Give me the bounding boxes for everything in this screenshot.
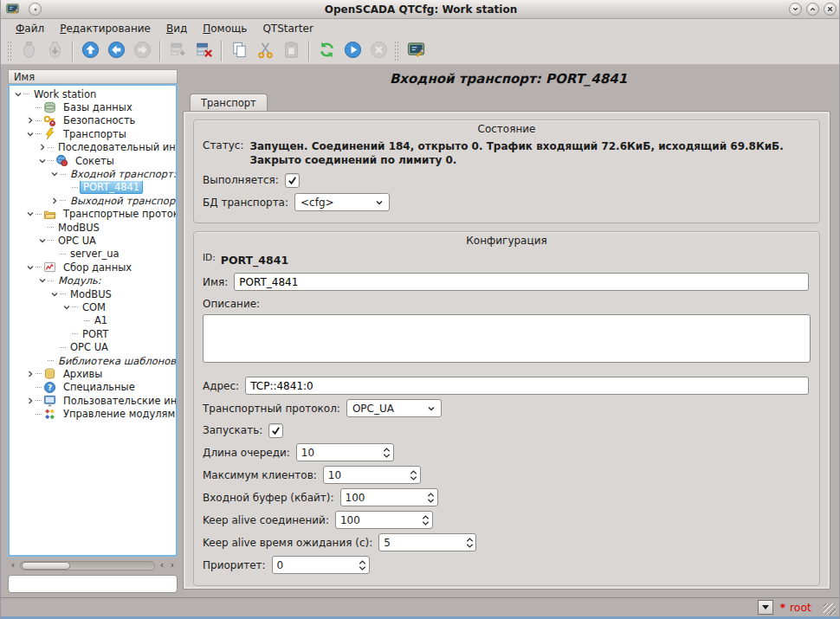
tree-item-управление-модулями[interactable]: Управление модулями bbox=[10, 407, 176, 420]
minimize-button[interactable] bbox=[789, 3, 802, 16]
expander-open-icon[interactable] bbox=[37, 276, 48, 285]
keepalive-timeout-spinbox[interactable]: 5 bbox=[378, 533, 476, 551]
pin-button[interactable] bbox=[29, 3, 42, 16]
expander-open-icon[interactable] bbox=[61, 303, 72, 312]
expander-closed-icon[interactable] bbox=[25, 397, 36, 405]
max-clients-spinbox[interactable]: 10 bbox=[323, 466, 421, 484]
menu-help[interactable]: Помощь bbox=[195, 21, 255, 36]
status-dropdown-button[interactable] bbox=[758, 600, 773, 615]
tree-item-сбор-данных[interactable]: Сбор данных bbox=[10, 261, 176, 274]
tree-item-modbus[interactable]: ModBUS bbox=[10, 287, 176, 300]
tree-line bbox=[36, 267, 42, 268]
scroll-left-icon[interactable]: ‹ bbox=[8, 560, 18, 571]
maximize-button[interactable] bbox=[806, 3, 819, 16]
tree-item-label: Work station bbox=[31, 88, 99, 100]
tree-item-opc-ua[interactable]: OPC UA bbox=[10, 340, 176, 353]
start-checkbox[interactable] bbox=[268, 423, 283, 438]
expander-open-icon[interactable] bbox=[49, 170, 60, 178]
expander-open-icon[interactable] bbox=[37, 236, 48, 245]
tree-item-modbus[interactable]: ModBUS bbox=[10, 221, 176, 234]
tree-item-библиотека-шаблонов[interactable]: Библиотека шаблонов: bbox=[10, 354, 176, 367]
tree-item-work-station[interactable]: Work station bbox=[10, 87, 176, 100]
priority-spinbox[interactable]: 0 bbox=[272, 556, 370, 574]
close-button[interactable] bbox=[824, 3, 837, 16]
spin-arrows-icon[interactable] bbox=[463, 537, 475, 549]
tree-item-архивы[interactable]: Архивы bbox=[10, 367, 176, 380]
protocol-combobox[interactable]: OPC_UA bbox=[346, 399, 442, 417]
keepalive-connections-spinbox[interactable]: 100 bbox=[335, 511, 433, 529]
copy-button[interactable] bbox=[227, 39, 251, 63]
spin-arrows-icon[interactable] bbox=[420, 514, 432, 526]
tree-item-server_ua[interactable]: server_ua bbox=[10, 248, 176, 261]
transport-db-combobox[interactable]: <cfg> bbox=[294, 193, 390, 211]
input-buffer-spinbox[interactable]: 100 bbox=[340, 488, 438, 506]
tree-line bbox=[36, 107, 42, 108]
tab-transport[interactable]: Транспорт bbox=[190, 93, 268, 112]
refresh-button[interactable] bbox=[314, 39, 339, 63]
tree-item-a1[interactable]: A1 bbox=[10, 314, 176, 327]
expander-closed-icon[interactable] bbox=[37, 143, 48, 152]
expander-closed-icon[interactable] bbox=[25, 116, 36, 125]
tree-line bbox=[23, 93, 29, 94]
expander-closed-icon[interactable] bbox=[25, 370, 36, 378]
expander-open-icon[interactable] bbox=[25, 263, 36, 272]
tree-item-специальные[interactable]: ?Специальные bbox=[10, 381, 176, 394]
expander-open-icon[interactable] bbox=[37, 157, 48, 165]
queue-length-spinbox[interactable]: 10 bbox=[296, 443, 394, 461]
start-button[interactable] bbox=[340, 39, 365, 63]
name-input[interactable] bbox=[234, 273, 809, 291]
menu-qtstarter[interactable]: QTStarter bbox=[255, 21, 320, 36]
tree-item-базы-данных[interactable]: Базы данных bbox=[10, 100, 176, 113]
up-button[interactable] bbox=[78, 39, 102, 63]
tree-item-сокеты[interactable]: Сокеты bbox=[10, 154, 176, 167]
menu-view[interactable]: Вид bbox=[158, 21, 195, 36]
tree-item-транспорты[interactable]: Транспорты bbox=[10, 127, 176, 140]
tree-horizontal-scrollbar[interactable]: ‹ ‹ › bbox=[8, 559, 178, 571]
toolbar bbox=[1, 38, 840, 65]
scrollbar-thumb[interactable] bbox=[22, 562, 70, 570]
tree-filter-input[interactable] bbox=[8, 575, 178, 593]
spin-arrows-icon[interactable] bbox=[357, 559, 369, 571]
scroll-left2-icon[interactable]: ‹ bbox=[157, 560, 167, 571]
expander-open-icon[interactable] bbox=[25, 210, 36, 218]
tree-item-выходной-транспорт[interactable]: Выходной транспорт: bbox=[10, 194, 176, 207]
tree-item-opc-ua[interactable]: OPC UA bbox=[10, 234, 176, 247]
tree-line bbox=[60, 293, 66, 294]
tree-item-label: Безопасность bbox=[61, 114, 138, 126]
tree-line bbox=[48, 227, 54, 228]
tree-item-label: OPC UA bbox=[68, 341, 111, 353]
tree-item-безопасность[interactable]: Безопасность bbox=[10, 114, 176, 127]
expander-open-icon[interactable] bbox=[49, 290, 60, 299]
spin-arrows-icon[interactable] bbox=[381, 447, 393, 459]
spin-arrows-icon[interactable] bbox=[408, 469, 420, 481]
tree-item-модуль[interactable]: Модуль: bbox=[10, 274, 176, 287]
description-textarea[interactable] bbox=[203, 314, 811, 363]
tree-item-входной-транспорт[interactable]: Входной транспорт: bbox=[10, 167, 176, 180]
expander-open-icon[interactable] bbox=[13, 90, 23, 99]
transport-icon bbox=[43, 127, 58, 140]
tree-item-последовательный-интерфейс[interactable]: Последовательный интерфейс bbox=[10, 141, 176, 154]
tree-item-транспортные-протоколы[interactable]: Транспортные протоколы bbox=[10, 208, 176, 221]
spin-arrows-icon[interactable] bbox=[425, 492, 437, 504]
tree-item-port[interactable]: PORT bbox=[10, 327, 176, 340]
tree-item-пользовательские-интерфейсы[interactable]: Пользовательские интерфейсы bbox=[10, 394, 176, 407]
tree-item-com[interactable]: COM bbox=[10, 300, 176, 313]
tree-line bbox=[48, 147, 54, 148]
resize-grip[interactable] bbox=[824, 603, 836, 615]
expander-open-icon[interactable] bbox=[25, 130, 36, 139]
item-del-button[interactable] bbox=[191, 39, 216, 63]
menu-file[interactable]: Файл bbox=[8, 21, 52, 36]
scroll-right-icon[interactable]: › bbox=[167, 560, 178, 571]
expander-closed-icon[interactable] bbox=[49, 197, 60, 205]
max-clients-label: Максимум клиентов: bbox=[203, 469, 317, 481]
current-user: root bbox=[790, 601, 811, 614]
address-input[interactable] bbox=[245, 377, 809, 395]
tree-item-label: PORT_4841 bbox=[80, 181, 143, 194]
running-checkbox[interactable] bbox=[285, 173, 300, 188]
scrollbar-track[interactable] bbox=[20, 561, 155, 571]
tree-item-port_4841[interactable]: PORT_4841 bbox=[10, 181, 176, 194]
qtstarter-button[interactable] bbox=[404, 39, 428, 63]
back-button[interactable] bbox=[104, 39, 128, 63]
menu-edit[interactable]: Редактирование bbox=[52, 21, 158, 36]
cut-button[interactable] bbox=[253, 39, 277, 63]
